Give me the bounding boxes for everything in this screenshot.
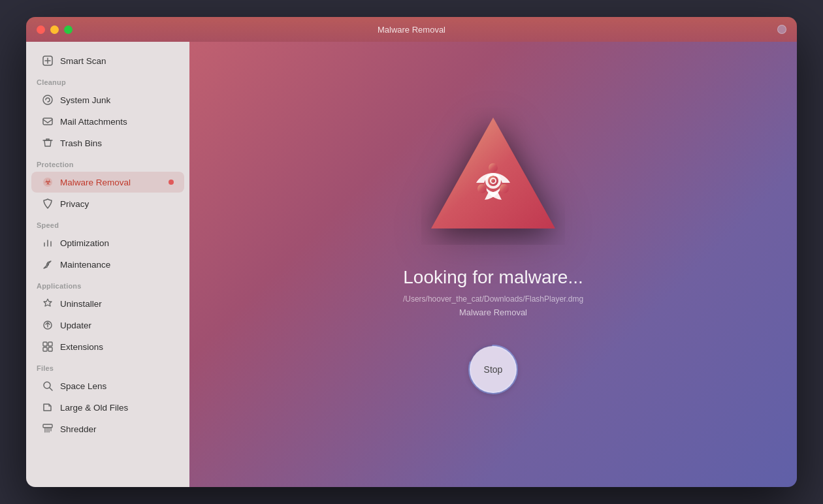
stop-button-container: Stop [467, 343, 519, 396]
main-panel: Looking for malware... /Users/hoover_the… [189, 42, 797, 487]
status-module: Malware Removal [459, 307, 527, 317]
large-old-files-icon [42, 402, 54, 413]
sidebar-item-updater[interactable]: Updater [31, 315, 184, 336]
svg-point-20 [477, 184, 487, 193]
svg-text:☣: ☣ [44, 178, 52, 187]
svg-rect-2 [43, 118, 52, 125]
title-bar-controls [777, 25, 786, 34]
svg-rect-12 [43, 347, 47, 351]
updater-icon [42, 319, 54, 331]
extensions-icon [42, 341, 54, 353]
privacy-label: Privacy [60, 199, 174, 209]
sidebar: Smart Scan Cleanup System Junk [26, 42, 189, 487]
sidebar-item-system-junk[interactable]: System Junk [31, 89, 184, 110]
section-label-applications: Applications [26, 276, 189, 292]
shredder-label: Shredder [60, 424, 174, 434]
svg-rect-13 [48, 347, 52, 351]
biohazard-icon [421, 108, 565, 245]
privacy-icon [42, 198, 54, 210]
sidebar-item-shredder[interactable]: Shredder [31, 418, 184, 439]
sidebar-item-trash-bins[interactable]: Trash Bins [31, 133, 184, 153]
mail-attachments-icon [42, 116, 54, 127]
app-window: Malware Removal Smart Scan Cleanup [26, 17, 797, 487]
uninstaller-icon [42, 298, 54, 309]
trash-bins-icon [42, 137, 54, 149]
malware-removal-label: Malware Removal [60, 178, 162, 187]
minimize-button[interactable] [50, 25, 59, 34]
sidebar-item-maintenance[interactable]: Maintenance [31, 254, 184, 275]
status-path: /Users/hoover_the_cat/Downloads/FlashPla… [403, 294, 583, 304]
svg-point-22 [491, 179, 495, 183]
smart-scan-label: Smart Scan [60, 56, 174, 66]
trash-bins-label: Trash Bins [60, 138, 174, 148]
window-title: Malware Removal [378, 25, 445, 35]
sidebar-item-large-old-files[interactable]: Large & Old Files [31, 397, 184, 418]
section-label-files: Files [26, 358, 189, 375]
smart-scan-icon [42, 55, 54, 67]
extensions-label: Extensions [60, 342, 174, 352]
space-lens-label: Space Lens [60, 381, 174, 391]
uninstaller-label: Uninstaller [60, 299, 174, 309]
svg-point-19 [500, 184, 509, 193]
updater-label: Updater [60, 321, 174, 330]
close-button[interactable] [37, 25, 45, 34]
maximize-button[interactable] [64, 25, 73, 34]
optimization-label: Optimization [60, 238, 174, 248]
space-lens-icon [42, 380, 54, 392]
sidebar-item-space-lens[interactable]: Space Lens [31, 375, 184, 396]
sidebar-item-malware-removal[interactable]: ☣ Malware Removal [31, 172, 184, 193]
biohazard-icon-container [421, 108, 565, 247]
sidebar-item-extensions[interactable]: Extensions [31, 336, 184, 357]
title-bar: Malware Removal [26, 17, 797, 42]
status-indicator [777, 25, 786, 34]
sidebar-item-privacy[interactable]: Privacy [31, 193, 184, 214]
status-heading: Looking for malware... [403, 267, 583, 288]
section-label-speed: Speed [26, 215, 189, 232]
sidebar-item-smart-scan[interactable]: Smart Scan [31, 50, 184, 71]
sidebar-item-uninstaller[interactable]: Uninstaller [31, 293, 184, 314]
stop-button[interactable]: Stop [470, 346, 517, 393]
sidebar-item-mail-attachments[interactable]: Mail Attachments [31, 111, 184, 132]
shredder-icon [42, 423, 54, 435]
svg-rect-11 [48, 342, 52, 346]
svg-point-18 [489, 163, 498, 172]
section-label-protection: Protection [26, 154, 189, 171]
system-junk-icon [42, 94, 54, 106]
sidebar-item-optimization[interactable]: Optimization [31, 232, 184, 253]
system-junk-label: System Junk [60, 95, 174, 105]
malware-badge [169, 180, 174, 185]
large-old-files-label: Large & Old Files [60, 403, 174, 413]
svg-point-1 [43, 95, 52, 104]
maintenance-label: Maintenance [60, 260, 174, 270]
section-label-cleanup: Cleanup [26, 72, 189, 89]
maintenance-icon [42, 259, 54, 270]
malware-removal-icon: ☣ [42, 176, 54, 188]
svg-rect-15 [43, 424, 52, 428]
mail-attachments-label: Mail Attachments [60, 117, 174, 127]
window-controls [37, 25, 73, 34]
main-content: Smart Scan Cleanup System Junk [26, 42, 797, 487]
optimization-icon [42, 237, 54, 249]
svg-rect-10 [43, 342, 47, 346]
